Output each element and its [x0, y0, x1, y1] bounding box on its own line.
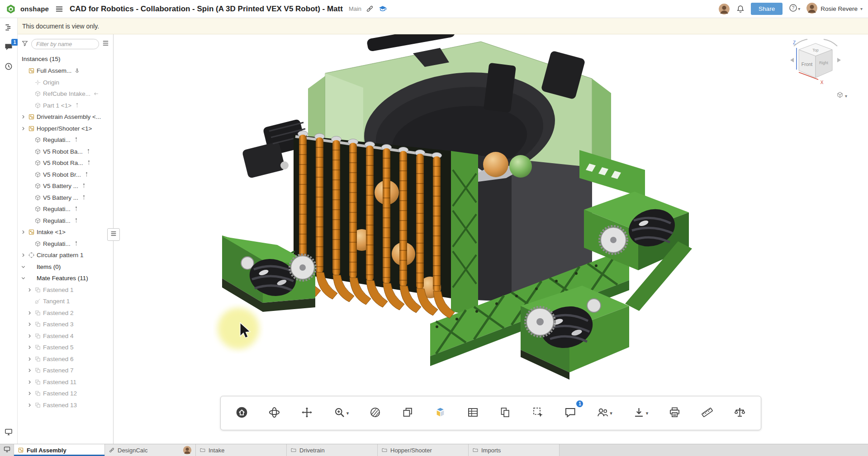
tab-hopper-shooter[interactable]: Hopper/Shooter [378, 444, 469, 456]
chevron-right-icon[interactable] [26, 344, 33, 350]
named-views-button[interactable] [399, 404, 416, 423]
chevron-down-icon[interactable]: ▾ [610, 410, 612, 416]
tree-row-items-0[interactable]: Items (0) [18, 261, 113, 273]
notifications-bell-icon[interactable] [736, 5, 745, 14]
assembly-structure-rail-button[interactable] [2, 22, 15, 35]
tree-row-intake-1[interactable]: Intake <1> [18, 226, 113, 238]
chevron-right-icon[interactable] [19, 252, 27, 258]
measure-button[interactable] [699, 404, 716, 423]
tree-row-v5-robot-ba[interactable]: V5 Robot Ba... [18, 146, 113, 158]
history-rail-button[interactable] [2, 61, 15, 74]
tree-row-fastened-2[interactable]: Fastened 2 [18, 307, 113, 319]
tab-designcalc[interactable]: DesignCalc [105, 444, 196, 456]
section-view-button[interactable] [367, 404, 384, 423]
tab-drivetrain[interactable]: Drivetrain [287, 444, 378, 456]
bom-table-button[interactable] [465, 404, 481, 423]
chevron-right-icon[interactable] [26, 287, 33, 293]
user-menu[interactable]: Rosie Revere ▾ [806, 2, 863, 15]
chevron-down-icon[interactable] [19, 264, 27, 270]
learning-center-icon[interactable] [378, 5, 387, 14]
tree-row-circular-pattern-1[interactable]: Circular pattern 1 [18, 249, 113, 261]
tree-row-full-assem[interactable]: Full Assem... [18, 65, 113, 77]
comments-button[interactable]: 1 [562, 404, 579, 423]
rotate-button[interactable] [266, 404, 283, 423]
comment-count-badge: 1 [11, 39, 18, 46]
mate-connector-icon [81, 183, 87, 189]
tree-row-v5-battery[interactable]: V5 Battery ... [18, 180, 113, 192]
tree-row-tangent-1[interactable]: Tangent 1 [18, 296, 113, 307]
tree-row-v5-robot-ra[interactable]: V5 Robot Ra... [18, 157, 113, 169]
view-cube-right-label[interactable]: Right [819, 61, 828, 65]
chevron-right-icon[interactable] [19, 229, 27, 235]
tree-row-regulati[interactable]: Regulati... [18, 215, 113, 227]
tree-row-fastened-11[interactable]: Fastened 11 [18, 376, 113, 388]
hamburger-menu-icon[interactable] [55, 5, 64, 14]
chevron-right-icon[interactable] [26, 379, 33, 385]
tree-row-fastened-4[interactable]: Fastened 4 [18, 330, 113, 342]
3d-viewport[interactable]: Top Front Right Z X ▾ ▾1▾▾ [114, 34, 868, 444]
chevron-right-icon[interactable] [26, 402, 33, 408]
tab-intake[interactable]: Intake [196, 444, 287, 456]
tab-full-assembly[interactable]: Full Assembly [14, 444, 105, 456]
view-options-button[interactable]: ▾ [836, 91, 847, 100]
tree-row-refcube-intake[interactable]: RefCube Intake... [18, 88, 113, 100]
copy-workspace-button[interactable] [497, 404, 514, 423]
panel-collapse-button[interactable] [107, 228, 120, 241]
chevron-right-icon[interactable] [26, 367, 33, 373]
exploded-view-button[interactable] [432, 404, 449, 423]
chevron-right-icon[interactable] [19, 114, 27, 120]
chevron-right-icon[interactable] [26, 310, 33, 316]
list-options-icon[interactable] [102, 39, 109, 49]
tree-row-fastened-1[interactable]: Fastened 1 [18, 284, 113, 296]
chevron-right-icon[interactable] [26, 321, 33, 327]
tab-imports[interactable]: Imports [469, 444, 560, 456]
pan-button[interactable] [299, 404, 315, 423]
chevron-right-icon[interactable] [26, 356, 33, 362]
feedback-rail-button[interactable] [2, 427, 15, 439]
presence-avatar[interactable] [718, 3, 730, 15]
tree-row-fastened-5[interactable]: Fastened 5 [18, 342, 113, 353]
view-orientation-button[interactable] [233, 404, 250, 423]
copy-link-icon[interactable] [365, 5, 374, 13]
comments-rail-button[interactable]: 1 [2, 42, 15, 54]
tree-row-v5-robot-br[interactable]: V5 Robot Br... [18, 169, 113, 181]
tree-row-origin[interactable]: Origin [18, 77, 113, 89]
tree-row-v5-battery[interactable]: V5 Battery ... [18, 192, 113, 204]
view-cube-front-label[interactable]: Front [802, 61, 813, 67]
view-cube[interactable]: Top Front Right Z X ▾ [781, 38, 852, 101]
follow-mode-button[interactable]: ▾ [594, 404, 615, 423]
tree-row-regulati[interactable]: Regulati... [18, 134, 113, 146]
mass-properties-button[interactable] [731, 404, 748, 423]
box-select-button[interactable] [530, 404, 546, 423]
tree-row-fastened-6[interactable]: Fastened 6 [18, 353, 113, 365]
view-cube-top-label[interactable]: Top [812, 48, 819, 52]
tree-row-fastened-7[interactable]: Fastened 7 [18, 365, 113, 376]
chevron-down-icon[interactable]: ▾ [646, 410, 649, 416]
chevron-down-icon[interactable] [19, 275, 27, 281]
tab-manager-button[interactable] [0, 444, 14, 456]
print-button[interactable] [666, 404, 683, 423]
robot-model[interactable] [114, 34, 868, 444]
tree-row-hopper-shooter-1[interactable]: Hopper/Shooter <1> [18, 123, 113, 135]
share-button[interactable]: Share [751, 3, 783, 15]
tree-row-drivetrain-assembly[interactable]: Drivetrain Assembly <... [18, 111, 113, 123]
tree-row-fastened-13[interactable]: Fastened 13 [18, 400, 113, 411]
onshape-logo-icon[interactable] [5, 4, 16, 14]
tree-row-part-1-1[interactable]: Part 1 <1> [18, 100, 113, 112]
tangent-icon [33, 298, 42, 305]
tree-row-fastened-3[interactable]: Fastened 3 [18, 319, 113, 330]
chevron-right-icon[interactable] [19, 126, 27, 132]
chevron-right-icon[interactable] [26, 333, 33, 339]
filter-icon[interactable] [21, 40, 28, 49]
tree-row-regulati[interactable]: Regulati... [18, 238, 113, 250]
tree-row-fastened-12[interactable]: Fastened 12 [18, 388, 113, 400]
chevron-right-icon[interactable] [26, 390, 33, 396]
tree-row-mate-features-11[interactable]: Mate Features (11) [18, 273, 113, 284]
tree-row-regulati[interactable]: Regulati... [18, 203, 113, 215]
workspace-label[interactable]: Main [349, 5, 361, 12]
zoom-button[interactable]: ▾ [331, 404, 351, 423]
filter-input[interactable] [31, 39, 99, 49]
chevron-down-icon[interactable]: ▾ [346, 410, 349, 416]
help-button[interactable]: ?▾ [788, 3, 800, 14]
export-button[interactable]: ▾ [631, 404, 651, 423]
